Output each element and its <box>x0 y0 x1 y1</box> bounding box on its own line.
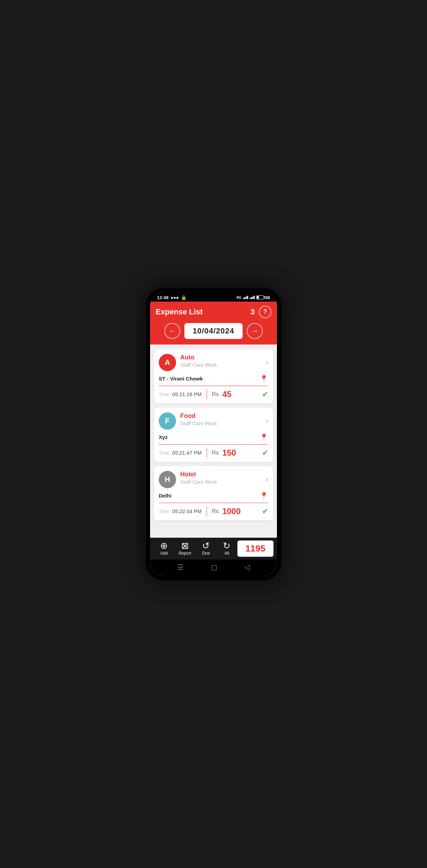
card-info: Hotel Staff Care Work <box>180 471 262 485</box>
chevron-right-icon[interactable]: › <box>266 358 268 367</box>
one-label: One <box>202 551 210 556</box>
expense-card: H Hotel Staff Care Work › Delhi 📍 Time 0… <box>154 466 273 521</box>
add-icon: ⊕ <box>160 541 168 550</box>
status-bar: 12:48 ●●● 🔒 4G <box>150 292 277 302</box>
expense-list: A Auto Staff Care Work › ST - Virani Cho… <box>150 344 277 538</box>
report-button[interactable]: ⊠ Report <box>174 541 195 556</box>
amount-value: 45 <box>222 390 262 399</box>
rs-label: Rs. <box>212 508 220 514</box>
card-top: H Hotel Staff Care Work › <box>159 471 268 488</box>
status-lock-icon: 🔒 <box>181 295 186 300</box>
report-icon: ⊠ <box>181 541 189 550</box>
chevron-right-icon[interactable]: › <box>266 475 268 484</box>
card-category: Auto <box>180 354 262 361</box>
header-top: Expense List 3 ? <box>156 306 271 318</box>
add-button[interactable]: ⊕ Add <box>154 541 174 556</box>
battery-percent: 38 <box>265 295 270 300</box>
phone-frame: 12:48 ●●● 🔒 4G <box>146 288 281 580</box>
location-pin-icon: 📍 <box>260 375 268 383</box>
divider <box>207 507 207 516</box>
report-label: Report <box>179 551 191 556</box>
location-pin-icon: 📍 <box>260 433 268 441</box>
card-subcategory: Staff Care Work <box>180 420 262 426</box>
amount-value: 150 <box>222 448 262 458</box>
help-button[interactable]: ? <box>259 306 271 318</box>
card-bottom: Time 05:22:04 PM Rs. 1000 ✔ <box>159 507 268 516</box>
card-location-row: Delhi 📍 <box>159 492 268 503</box>
recent-icon[interactable]: ▢ <box>211 563 217 571</box>
location-pin-icon: 📍 <box>260 492 268 500</box>
add-label: Add <box>160 551 168 556</box>
time-label: Time <box>159 450 169 456</box>
location-text: Delhi <box>159 493 172 499</box>
back-icon[interactable]: ◁ <box>244 563 250 571</box>
approved-check-icon: ✔ <box>262 507 268 516</box>
approved-check-icon: ✔ <box>262 448 268 457</box>
status-right: 4G 38 <box>236 295 270 300</box>
rs-label: Rs. <box>212 391 220 397</box>
status-time: 12:48 <box>157 295 168 300</box>
card-info: Auto Staff Care Work <box>180 354 262 368</box>
home-icon[interactable]: ☰ <box>177 563 184 571</box>
time-value: 05:21:16 PM <box>172 391 202 397</box>
date-nav: ← 10/04/2024 → <box>156 323 271 339</box>
battery-icon <box>256 295 264 299</box>
one-icon: ↺ <box>202 541 210 550</box>
card-subcategory: Staff Care Work <box>180 362 262 368</box>
next-arrow-icon: → <box>251 326 259 335</box>
category-avatar: A <box>159 354 176 371</box>
app-header: Expense List 3 ? ← 10/04/2024 → <box>150 302 277 344</box>
all-label: All <box>225 551 229 556</box>
amount-value: 1000 <box>222 507 262 516</box>
divider <box>207 448 207 458</box>
rs-label: Rs. <box>212 450 220 456</box>
signal-bars-2 <box>250 296 255 299</box>
date-display: 10/04/2024 <box>184 323 243 339</box>
card-top: F Food Staff Care Work › <box>159 412 268 430</box>
phone-screen: 12:48 ●●● 🔒 4G <box>150 292 277 576</box>
card-location-row: ST - Virani Chowk 📍 <box>159 375 268 386</box>
prev-date-button[interactable]: ← <box>164 323 180 339</box>
system-nav: ☰ ▢ ◁ <box>150 560 277 576</box>
divider <box>207 390 207 399</box>
expense-card: F Food Staff Care Work › Xyz 📍 Time 05:2… <box>154 407 273 462</box>
next-date-button[interactable]: → <box>247 323 263 339</box>
card-bottom: Time 05:21:16 PM Rs. 45 ✔ <box>159 390 268 399</box>
approved-check-icon: ✔ <box>262 390 268 399</box>
bottom-bar: ⊕ Add ⊠ Report ↺ One ↻ All 1195 <box>150 538 277 560</box>
status-messages-icon: ●●● <box>171 295 179 300</box>
card-top: A Auto Staff Care Work › <box>159 354 268 371</box>
category-avatar: F <box>159 412 176 430</box>
location-text: ST - Virani Chowk <box>159 376 203 382</box>
app-title: Expense List <box>156 307 203 316</box>
category-avatar: H <box>159 471 176 488</box>
card-bottom: Time 05:21:47 PM Rs. 150 ✔ <box>159 448 268 458</box>
expense-card: A Auto Staff Care Work › ST - Virani Cho… <box>154 349 273 404</box>
one-button[interactable]: ↺ One <box>195 541 216 556</box>
status-left: 12:48 ●●● 🔒 <box>157 295 186 300</box>
time-value: 05:22:04 PM <box>172 508 202 514</box>
battery-fill <box>257 296 259 299</box>
chevron-right-icon[interactable]: › <box>266 417 268 426</box>
card-location-row: Xyz 📍 <box>159 433 268 445</box>
all-button[interactable]: ↻ All <box>216 541 237 556</box>
total-amount: 1195 <box>245 543 265 554</box>
time-label: Time <box>159 392 169 397</box>
total-box: 1195 <box>237 540 273 557</box>
card-subcategory: Staff Care Work <box>180 479 262 485</box>
prev-arrow-icon: ← <box>168 326 176 335</box>
header-right: 3 ? <box>251 306 271 318</box>
all-icon: ↻ <box>223 541 230 550</box>
time-label: Time <box>159 509 169 514</box>
signal-bars-1 <box>243 296 248 299</box>
card-info: Food Staff Care Work <box>180 412 262 426</box>
card-category: Hotel <box>180 471 262 478</box>
network-icon: 4G <box>236 295 242 299</box>
expense-count: 3 <box>251 307 255 316</box>
location-text: Xyz <box>159 434 168 440</box>
time-value: 05:21:47 PM <box>172 450 202 456</box>
card-category: Food <box>180 412 262 420</box>
